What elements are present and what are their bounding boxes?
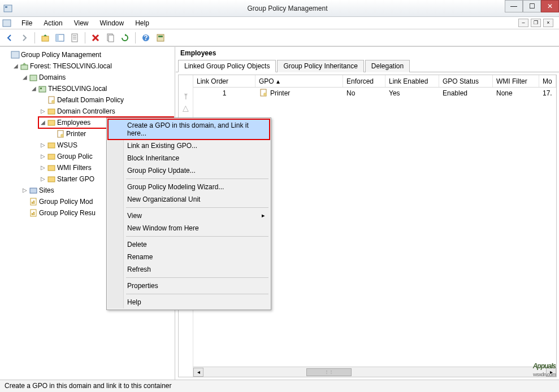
move-top-icon[interactable]: ⤒ [183, 92, 189, 101]
tab-delegation[interactable]: Delegation [365, 60, 410, 72]
refresh-button[interactable] [119, 32, 131, 44]
ou-icon [47, 141, 56, 150]
forest-icon [20, 62, 29, 71]
back-button[interactable] [3, 32, 16, 44]
forward-button[interactable] [18, 32, 31, 44]
cell-link-enabled: Yes [385, 89, 439, 98]
tree-default-policy[interactable]: Default Domain Policy [38, 94, 174, 106]
svg-rect-20 [40, 88, 42, 89]
context-menu: Create a GPO in this domain, and Link it… [106, 117, 271, 310]
cm-block-inheritance[interactable]: Block Inheritance [108, 152, 270, 164]
tab-linked-gpo[interactable]: Linked Group Policy Objects [178, 60, 276, 72]
cm-help[interactable]: Help [108, 296, 270, 308]
table-row[interactable]: 1 Printer No Yes Enabled None 17. [193, 88, 556, 99]
tree-domains[interactable]: ◢Domains [20, 72, 174, 83]
scroll-thumb[interactable]: ⋮⋮ [306, 368, 352, 376]
col-enforced[interactable]: Enforced [343, 75, 385, 87]
delete-button[interactable] [89, 32, 102, 44]
col-gpo[interactable]: GPO▴ [255, 75, 343, 87]
mdi-minimize-button[interactable]: – [518, 19, 528, 27]
menu-action[interactable]: Action [39, 18, 67, 28]
cm-delete[interactable]: Delete [108, 238, 270, 251]
gpo-link-icon [56, 129, 65, 138]
tree-label: Domain Controllers [57, 106, 115, 116]
tree-label: Group Policy Management [21, 50, 101, 60]
tree-label: Printer [66, 129, 86, 139]
svg-rect-6 [72, 34, 77, 42]
svg-rect-14 [157, 34, 164, 41]
svg-rect-1 [5, 6, 7, 8]
svg-rect-37 [33, 212, 34, 215]
gpo-link-icon [47, 95, 56, 104]
col-link-enabled[interactable]: Link Enabled [385, 75, 439, 87]
tree-label: Sites [39, 185, 54, 195]
show-hide-tree-button[interactable] [54, 32, 66, 44]
scroll-left-button[interactable]: ◂ [193, 368, 203, 377]
app-icon [3, 4, 12, 13]
copy-button[interactable] [104, 32, 116, 44]
app-menu-icon [2, 19, 11, 28]
tree-label: Forest: THESOLVING.local [30, 61, 112, 71]
cm-properties[interactable]: Properties [108, 280, 270, 292]
move-up-icon[interactable]: △ [183, 103, 189, 112]
tree-label: Starter GPO [57, 174, 94, 184]
svg-point-26 [60, 134, 64, 137]
col-link-order[interactable]: Link Order [193, 75, 255, 87]
ou-icon [47, 118, 56, 127]
cm-create-gpo[interactable]: Create a GPO in this domain, and Link it… [108, 119, 270, 140]
svg-rect-28 [48, 154, 55, 159]
tree-forest[interactable]: ◢Forest: THESOLVING.local [11, 60, 174, 72]
options-button[interactable] [154, 32, 167, 44]
cm-new-ou[interactable]: New Organizational Unit [108, 193, 270, 206]
cell-gpo: Printer [255, 88, 343, 99]
statusbar: Create a GPO in this domain and link it … [0, 380, 559, 392]
tab-inheritance[interactable]: Group Policy Inheritance [277, 60, 363, 72]
folder-icon [47, 152, 56, 161]
tree-domain-controllers[interactable]: ▷Domain Controllers [38, 106, 174, 117]
tree-root[interactable]: Group Policy Management [2, 49, 174, 60]
menu-file[interactable]: File [17, 18, 37, 28]
svg-rect-3 [42, 36, 49, 41]
ou-icon [47, 107, 56, 116]
tree-label: Employees [57, 117, 90, 128]
tree-label: Group Polic [57, 151, 93, 162]
cm-link-existing[interactable]: Link an Existing GPO... [108, 140, 270, 152]
minimize-button[interactable]: — [505, 0, 523, 12]
cm-new-window[interactable]: New Window from Here [108, 222, 270, 234]
tree-label: Default Domain Policy [57, 95, 124, 105]
menu-help[interactable]: Help [131, 18, 154, 28]
tree-domain[interactable]: ◢THESOLVING.local [29, 83, 174, 94]
svg-point-22 [51, 100, 55, 103]
mdi-restore-button[interactable]: ❐ [531, 19, 541, 27]
svg-rect-5 [56, 34, 59, 41]
properties-button[interactable] [68, 32, 81, 44]
tree-label: Group Policy Resu [39, 208, 96, 218]
mdi-close-button[interactable]: × [543, 19, 553, 27]
toolbar: ? [0, 29, 559, 46]
cm-rename[interactable]: Rename [108, 251, 270, 263]
cm-view[interactable]: View [108, 210, 270, 222]
tree-label: WMI Filters [57, 163, 92, 173]
tree-label: Domains [39, 72, 66, 82]
domain-icon [38, 84, 47, 93]
col-gpo-status[interactable]: GPO Status [439, 75, 493, 87]
domains-icon [29, 73, 38, 82]
up-button[interactable] [39, 32, 51, 44]
close-button[interactable]: ✕ [541, 0, 559, 12]
horizontal-scrollbar[interactable]: ◂ ⋮⋮ ▸ [193, 367, 556, 377]
menu-window[interactable]: Window [96, 18, 129, 28]
detail-title: Employees [176, 47, 559, 59]
svg-point-39 [263, 93, 267, 96]
help-button[interactable]: ? [140, 32, 152, 44]
col-modified[interactable]: Mo [539, 75, 556, 87]
tabs: Linked Group Policy Objects Group Policy… [176, 59, 559, 72]
svg-rect-17 [21, 65, 28, 69]
tree-label: WSUS [57, 140, 77, 150]
cm-refresh[interactable]: Refresh [108, 263, 270, 276]
svg-rect-23 [48, 109, 55, 114]
menu-view[interactable]: View [70, 18, 93, 28]
cm-gp-update[interactable]: Group Policy Update... [108, 164, 270, 177]
maximize-button[interactable]: ☐ [523, 0, 541, 12]
col-wmi-filter[interactable]: WMI Filter [493, 75, 539, 87]
cm-modeling-wizard[interactable]: Group Policy Modeling Wizard... [108, 181, 270, 193]
